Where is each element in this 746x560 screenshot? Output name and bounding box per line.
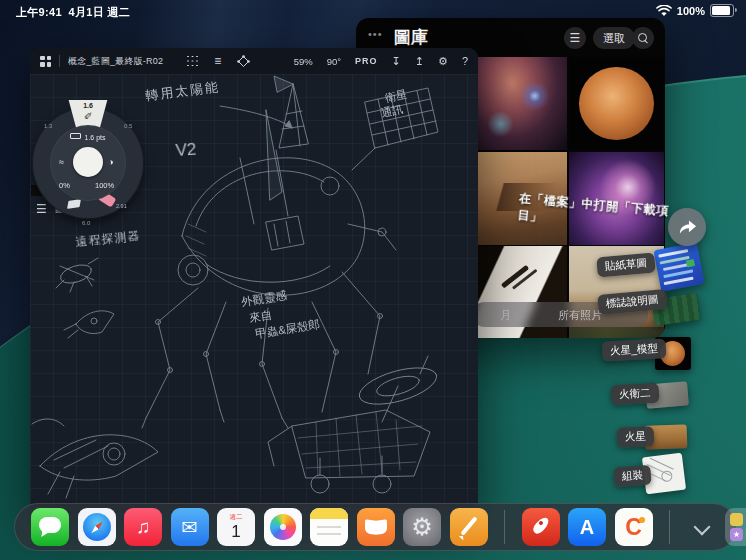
envelope-icon: ✉: [182, 516, 198, 539]
select-button[interactable]: 選取: [593, 27, 635, 49]
concepts-app-window: 轉用太陽能 衛星 通訊 V2 遠程探測器 外觀靈感 來自 甲蟲&屎殼郎 概念_藍…: [30, 48, 478, 512]
import-icon[interactable]: ↧: [392, 55, 401, 68]
notes-header-strip: [310, 508, 348, 519]
dock: ♫ ✉ 週二 1 ⚙ A C ★: [14, 503, 737, 551]
eraser-size-value: 2.91: [116, 203, 127, 209]
annotation-satellite-2: 通訊: [380, 103, 404, 119]
status-time-date: 上午9:41 4月1日 週二: [16, 5, 130, 20]
library-mini-icon: [730, 513, 743, 526]
drag-label-deimos[interactable]: 火衛二: [611, 383, 659, 405]
battery-icon: [710, 4, 734, 17]
dock-collapse-chevron[interactable]: [687, 508, 717, 546]
appstore-a-icon: A: [580, 516, 594, 539]
ring-size-left: 1.3: [44, 123, 52, 129]
annotation-inspiration-1: 外觀靈感: [239, 289, 288, 308]
select-button-label: 選取: [603, 31, 625, 46]
photo-thumbnail-mars-globe[interactable]: [569, 57, 664, 150]
open-book-icon: [365, 519, 376, 535]
dock-app-books[interactable]: [357, 508, 395, 546]
opacity-icon[interactable]: ◑: [108, 157, 113, 167]
status-bar: 上午9:41 4月1日 週二 100%: [0, 0, 746, 20]
gallery-icon[interactable]: [40, 56, 51, 67]
filter-icon: ☰: [570, 31, 581, 45]
share-forward-button[interactable]: [668, 208, 706, 246]
dock-app-settings[interactable]: ⚙: [403, 508, 441, 546]
dock-app-appstore[interactable]: A: [568, 508, 606, 546]
annotation-satellite-1: 衛星: [383, 88, 408, 105]
filter-button[interactable]: ☰: [564, 27, 586, 49]
gear-icon: ⚙: [411, 513, 433, 541]
stroke-size-row[interactable]: 1.6 pts: [32, 133, 144, 141]
dock-app-notes[interactable]: [310, 508, 348, 546]
toolbar-separator: [59, 55, 60, 67]
drag-label-mars[interactable]: 火星: [617, 426, 655, 447]
pro-badge[interactable]: PRO: [355, 56, 378, 66]
document-title[interactable]: 概念_藍圖_最終版-R02: [68, 55, 163, 68]
library-mini-icon: ★: [730, 528, 743, 541]
segment-all-photos[interactable]: 所有照片: [558, 308, 602, 323]
battery-percent: 100%: [677, 5, 705, 17]
status-date: 4月1日 週二: [69, 6, 130, 18]
annotation-probe: 遠程探測器: [75, 228, 141, 249]
annotation-inspiration-2: 來自: [248, 309, 273, 324]
photo-thumbnail-nebula[interactable]: [472, 57, 567, 150]
annotation-solar: 轉用太陽能: [145, 79, 221, 103]
export-icon[interactable]: ↥: [415, 55, 424, 68]
smoothing-value: 0%: [59, 181, 70, 190]
drag-label-assembly[interactable]: 組裝: [613, 465, 651, 488]
drag-label-mars-model[interactable]: 火星_模型: [602, 338, 667, 361]
dock-app-safari[interactable]: [78, 508, 116, 546]
search-button[interactable]: [632, 27, 654, 49]
segment-months[interactable]: 月: [500, 308, 511, 323]
stroke-size-value: 1.6 pts: [84, 134, 105, 141]
canvas-rotation[interactable]: 90°: [327, 56, 341, 67]
ring-size-right: 0.5: [124, 123, 132, 129]
music-note-icon: ♫: [136, 516, 150, 538]
size-slider-icon: [70, 133, 81, 139]
bottom-size-value: 6.0: [82, 220, 90, 226]
smoothing-icon[interactable]: ≈: [59, 157, 64, 167]
help-button[interactable]: ?: [462, 55, 468, 67]
drag-thumb-sticker-sheet[interactable]: [653, 242, 704, 292]
calendar-day: 1: [231, 523, 240, 540]
chevron-down-icon: [693, 519, 710, 536]
concepts-toolbar: 概念_藍圖_最終版-R02 ≡ 59% 90° PRO ↧ ↥ ⚙ ?: [30, 48, 478, 74]
active-tool-size: 1.6: [83, 102, 93, 109]
zoom-level[interactable]: 59%: [294, 56, 313, 67]
photos-title: 圖庫: [394, 26, 428, 49]
tool-wheel[interactable]: 1.3 0.5 1.6 ✎ 2.91 1.6 pts ≈ ◑ 0% 100% 6…: [32, 107, 144, 219]
dock-app-calendar[interactable]: 週二 1: [217, 508, 255, 546]
annotation-version: V2: [175, 140, 197, 160]
dock-app-sketch-pen[interactable]: [450, 508, 488, 546]
dock-app-messages[interactable]: [31, 508, 69, 546]
ipad-screen: ••• 圖庫 ☰ 選取 月 所有照片: [0, 0, 746, 560]
search-icon: [638, 33, 648, 43]
status-time: 上午9:41: [16, 6, 62, 18]
dock-app-music[interactable]: ♫: [124, 508, 162, 546]
forward-arrow-icon: [676, 217, 698, 237]
star-icon: ★: [733, 530, 740, 539]
shape-tool-icon[interactable]: [237, 55, 250, 68]
dock-app-mail[interactable]: ✉: [171, 508, 209, 546]
settings-gear-icon[interactable]: ⚙: [438, 55, 448, 68]
tool-wheel-center-knob[interactable]: [73, 147, 103, 177]
calendar-weekday: 週二: [230, 513, 243, 522]
dock-app-library[interactable]: ★: [725, 508, 746, 546]
dock-divider: [504, 510, 505, 544]
pencil-tool-icon: ✎: [82, 111, 93, 119]
dock-divider: [669, 510, 670, 544]
dock-app-concepts[interactable]: C: [615, 508, 653, 546]
concepts-dot: [639, 517, 645, 523]
window-controls-ellipsis-icon[interactable]: •••: [368, 28, 383, 40]
layers-panel-icon[interactable]: ≡: [214, 54, 221, 68]
precision-grid-icon[interactable]: [187, 56, 198, 67]
opacity-value: 100%: [95, 181, 114, 190]
dock-app-rocket[interactable]: [522, 508, 560, 546]
wifi-icon: [656, 5, 672, 17]
dock-app-photos[interactable]: [264, 508, 302, 546]
